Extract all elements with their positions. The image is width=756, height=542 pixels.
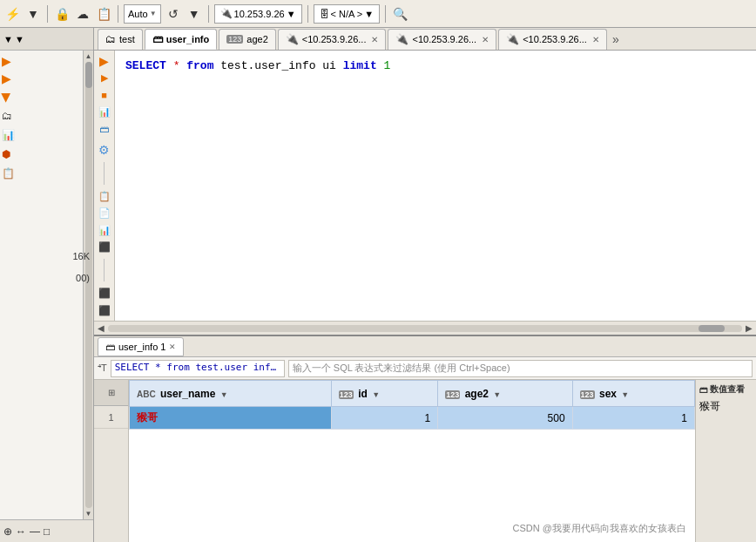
tree-expand-arrow2[interactable]: ▶ (2, 71, 11, 85)
filter-sql-icon: ⁴T (98, 362, 107, 374)
right-info-icon: 🗃 (699, 385, 708, 395)
db-icon: 🗄 (320, 9, 329, 19)
toolbar-icon-refresh[interactable]: ↺ (165, 5, 182, 23)
side-icon-export[interactable]: ⬛ (97, 241, 112, 254)
action-icon-3[interactable]: — (30, 525, 40, 538)
filter-label: ▼ (15, 34, 24, 44)
tab-conn3-close[interactable]: ✕ (592, 35, 599, 44)
right-info-header: 🗃 数值查看 (699, 383, 753, 396)
gear-icon[interactable]: ⚙ (97, 143, 112, 157)
side-icon-table[interactable]: 📋 (97, 190, 112, 203)
col-sort-user-name[interactable]: ▼ (220, 390, 228, 399)
col-sort-id[interactable]: ▼ (372, 390, 380, 399)
tab-conn2[interactable]: 🔌 <10.253.9.26... ✕ (388, 29, 496, 50)
col-sort-age2[interactable]: ▼ (493, 390, 501, 399)
tab-conn1[interactable]: 🔌 <10.253.9.26... ✕ (278, 29, 387, 50)
side-icon-more2[interactable]: ⬛ (97, 304, 112, 317)
filter-sql-text[interactable]: SELECT * from test.user info ui (111, 360, 285, 377)
scroll-right-arrow[interactable]: ▶ (746, 323, 753, 333)
scroll-up-arrow[interactable]: ▲ (85, 52, 92, 60)
scroll-left-arrow[interactable]: ◀ (98, 323, 105, 333)
tab-conn1-close[interactable]: ✕ (371, 35, 378, 44)
table-icon[interactable]: 🗃 (97, 122, 112, 135)
left-panel-header: ▼ ▼ (0, 28, 93, 51)
action-icon-1[interactable]: ⊕ (3, 525, 12, 538)
ip-icon: 🔌 (220, 8, 233, 19)
toolbar-icon-1[interactable]: ⚡ (3, 5, 21, 23)
toolbar-icon-lock[interactable]: 🔒 (53, 5, 71, 23)
action-icon-2[interactable]: ↔ (16, 525, 26, 538)
result-tab-close[interactable]: ✕ (169, 342, 176, 351)
col-header-sex[interactable]: 123 sex ▼ (572, 381, 694, 407)
tab-conn2-icon: 🔌 (395, 33, 408, 45)
main-toolbar: ⚡ ▼ 🔒 ☁ 📋 Auto ▼ ↺ ▼ 🔌 10.253.9.26 ▼ 🗄 <… (0, 0, 756, 28)
sep3 (208, 5, 209, 23)
col-header-user-name[interactable]: ABC user_name ▼ (130, 381, 332, 407)
tab-conn3[interactable]: 🔌 <10.253.9.26... ✕ (498, 29, 607, 50)
tree-expand-arrow3[interactable]: ▶ (0, 93, 14, 103)
col-header-age2[interactable]: 123 age2 ▼ (438, 381, 572, 407)
right-info-value: 猴哥 (699, 399, 753, 414)
run-icon2[interactable]: ▶ (97, 71, 112, 85)
db-selector[interactable]: 🗄 < N/A > ▼ (314, 4, 381, 24)
toolbar-icon-arrow[interactable]: ▼ (186, 5, 203, 23)
data-table[interactable]: ABC user_name ▼ 123 id ▼ (129, 380, 695, 542)
row-numbers: ⊞ 1 (94, 380, 129, 542)
side-icon-more1[interactable]: ⬛ (97, 287, 112, 300)
tab-conn2-close[interactable]: ✕ (482, 35, 489, 44)
cell-user-name-1[interactable]: 猴哥 (130, 407, 332, 430)
tab-test[interactable]: 🗂 test (98, 29, 143, 50)
col-sort-sex[interactable]: ▼ (621, 390, 629, 399)
ip-arrow: ▼ (287, 9, 296, 19)
side-icon-bar: ▶ ▶ ■ 📊 🗃 ⚙ 📋 📄 📊 ⬛ ⬛ ⬛ (94, 51, 115, 321)
tab-conn2-label: <10.253.9.26... (412, 34, 476, 44)
stop-icon[interactable]: ■ (97, 88, 112, 101)
ip-address-pill[interactable]: 🔌 10.253.9.26 ▼ (214, 4, 302, 24)
side-icon-sql[interactable]: 📄 (97, 207, 112, 220)
toolbar-icon-2[interactable]: ▼ (24, 5, 42, 23)
auto-arrow: ▼ (150, 10, 157, 17)
results-table: ABC user_name ▼ 123 id ▼ (129, 380, 695, 430)
tab-test-label: test (119, 34, 135, 44)
tree-item4: 📋 (2, 167, 15, 180)
run-icon[interactable]: ▶ (97, 54, 112, 68)
row-num-1: 1 (94, 406, 128, 429)
left-content: ▲ ▼ ▶ ▶ ▶ 🗂 📊 ⬢ 📋 16K 00) (0, 51, 93, 519)
tab-conn1-icon: 🔌 (286, 33, 299, 45)
db-arrow: ▼ (364, 9, 374, 19)
col-header-id[interactable]: 123 id ▼ (331, 381, 438, 407)
sep4 (307, 5, 308, 23)
tab-age2-label: age2 (246, 34, 267, 44)
tab-test-icon: 🗂 (105, 33, 116, 45)
scroll-down-arrow[interactable]: ▼ (85, 510, 92, 518)
cell-sex-1: 1 (572, 407, 694, 430)
search-icon[interactable]: 🔍 (391, 5, 408, 23)
tab-age2[interactable]: 123 age2 (219, 29, 276, 50)
col-type-icon-123-id: 123 (339, 390, 354, 399)
auto-label: Auto (128, 9, 148, 19)
tab-user-info-label: user_info (166, 34, 210, 44)
result-tab-user-info-1[interactable]: 🗃 user_info 1 ✕ (98, 337, 184, 356)
tab-user-info[interactable]: 🗃 user_info (145, 29, 218, 50)
filter-placeholder-text[interactable]: 输入一个 SQL 表达式来过滤结果 (使用 Ctrl+Space) (288, 360, 753, 377)
side-icon-chart[interactable]: 📊 (97, 223, 112, 236)
explain-icon[interactable]: 📊 (97, 105, 112, 119)
toolbar-icon-cloud[interactable]: ☁ (74, 5, 91, 23)
col-type-icon-123-sex: 123 (580, 390, 595, 399)
tabs-row: 🗂 test 🗃 user_info 123 age2 🔌 <10.253.9.… (94, 28, 756, 51)
sql-editor[interactable]: SELECT * from test.user_info ui limit 1 (115, 51, 756, 321)
tab-conn3-icon: 🔌 (506, 33, 519, 45)
toolbar-icon-layers[interactable]: 📋 (95, 5, 112, 23)
tab-overflow-button[interactable]: » (612, 32, 619, 46)
cell-age2-1: 500 (438, 407, 572, 430)
col-type-icon-123-age: 123 (445, 390, 460, 399)
editor-scrollbar[interactable]: ◀ ▶ (94, 321, 756, 335)
left-bottom-actions: ⊕ ↔ — □ (0, 519, 93, 542)
tree-expand-arrow[interactable]: ▶ (2, 54, 11, 68)
left-scrollbar[interactable]: ▲ ▼ (83, 51, 93, 519)
table-row[interactable]: 猴哥 1 500 1 (130, 407, 695, 430)
scroll-thumb (85, 62, 92, 88)
auto-dropdown[interactable]: Auto ▼ (124, 4, 161, 24)
tree-item2: 📊 (2, 129, 15, 141)
action-icon-4[interactable]: □ (44, 525, 50, 538)
